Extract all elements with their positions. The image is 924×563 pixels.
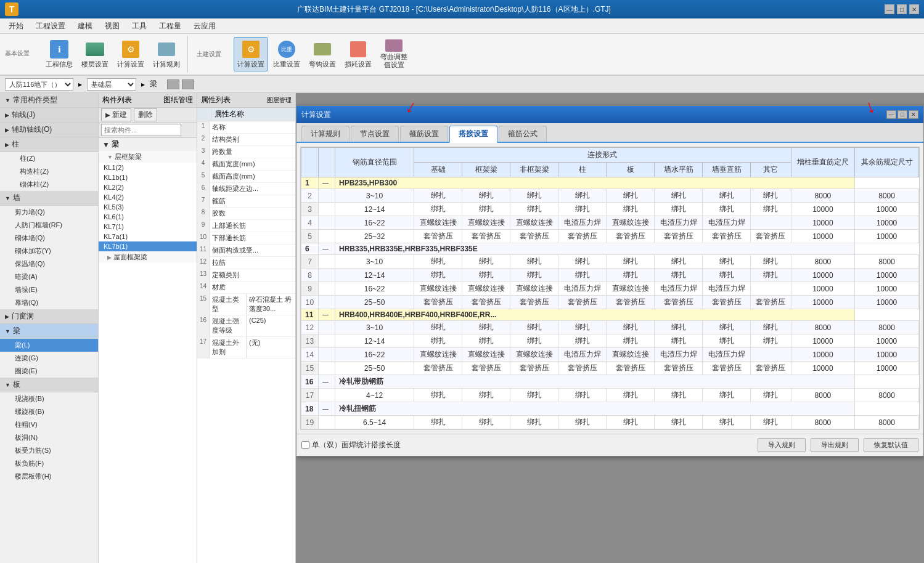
menu-tools[interactable]: 工具 <box>126 20 153 33</box>
attr-row-16: 17 混凝土外加剂 (无) <box>197 337 295 358</box>
table-row-18: 19 6.5~14 绑扎绑扎绑扎绑扎绑扎绑扎绑扎绑扎 8000 8000 <box>301 416 919 429</box>
comp-item-kl6[interactable]: KL6(1) <box>99 212 197 222</box>
attribute-list: 属性名称 1 名称 2 结构类别 3 跨数量 4 截面宽度(mm) 5 截面高度… <box>197 108 295 563</box>
th-add-col1: 增柱垂直筋定尺 <box>791 148 855 177</box>
attr-panel-tab[interactable]: 图层管理 <box>267 96 292 105</box>
sidebar-section-axis[interactable]: ▶轴线(J) <box>0 108 98 123</box>
comp-item-kl4[interactable]: KL4(2) <box>99 192 197 202</box>
tab-splice-settings[interactable]: 搭接设置 <box>449 126 497 143</box>
sidebar-item-neg-rebar[interactable]: 板负筋(F) <box>0 457 98 470</box>
dialog-maximize-btn[interactable]: □ <box>897 110 907 119</box>
floor-settings-btn[interactable]: 楼层设置 <box>78 37 112 71</box>
sidebar-item-civil-defense-wall[interactable]: 人防门框墙(RF) <box>0 219 98 232</box>
splice-length-checkbox-label[interactable]: 单（双）面焊统计搭接长度 <box>301 440 401 450</box>
comp-item-kl7a[interactable]: KL7a(1) <box>99 232 197 241</box>
panels-area: 构件列表 图纸管理 ▶ 新建 删除 ▼梁 ▼层框架梁 <box>99 93 924 563</box>
menu-cloud[interactable]: 云应用 <box>187 20 222 33</box>
tab-stirrup-formula[interactable]: 箍筋公式 <box>499 126 547 142</box>
tab-stirrup-settings[interactable]: 箍筋设置 <box>400 126 448 142</box>
sidebar-item-masonry-column[interactable]: 砌体柱(Z) <box>0 178 98 191</box>
calc-settings-label1: 计算设置 <box>117 60 144 68</box>
sidebar-item-beam-g[interactable]: 连梁(G) <box>0 352 98 365</box>
curve-settings-btn[interactable]: 弯曲调整值设置 <box>377 37 411 71</box>
sidebar-item-curtain-wall[interactable]: 幕墙(Q) <box>0 296 98 309</box>
comp-item-kl7[interactable]: KL7(1) <box>99 222 197 232</box>
floor-settings-icon <box>85 40 105 59</box>
maximize-btn[interactable]: □ <box>897 4 907 14</box>
import-rules-btn[interactable]: 导入规则 <box>758 438 806 452</box>
delete-component-btn[interactable]: 删除 <box>134 108 157 121</box>
sidebar-item-floor-band[interactable]: 楼层板带(H) <box>0 470 98 483</box>
sidebar-item-cast-slab[interactable]: 现浇板(B) <box>0 392 98 405</box>
calc-settings-btn1[interactable]: ⚙ 计算设置 <box>113 37 148 71</box>
ratio-settings-btn[interactable]: 比重 比重设置 <box>269 37 304 71</box>
floor-select[interactable]: 基础层 <box>87 78 136 91</box>
minimize-btn[interactable]: — <box>885 4 894 14</box>
sidebar-item-hidden-beam[interactable]: 暗梁(A) <box>0 270 98 283</box>
menu-view[interactable]: 视图 <box>99 20 126 33</box>
menu-project-settings[interactable]: 工程设置 <box>30 20 72 33</box>
view-toggle-list[interactable] <box>167 79 179 89</box>
sidebar-item-slab-hole[interactable]: 板洞(N) <box>0 431 98 444</box>
table-row-16: 17 4~12 绑扎绑扎绑扎绑扎绑扎绑扎绑扎绑扎 8000 8000 <box>301 389 919 402</box>
bend-settings-btn[interactable]: 弯钩设置 <box>305 37 340 71</box>
comp-item-kl7b[interactable]: KL7b(1) <box>99 241 197 251</box>
sidebar-section-opening[interactable]: ▶门窗洞 <box>0 309 98 324</box>
sidebar-section-beam[interactable]: ▼梁 <box>0 324 98 339</box>
splice-length-checkbox[interactable] <box>301 441 309 449</box>
sidebar-item-column-z[interactable]: 柱(Z) <box>0 152 98 165</box>
sidebar-item-spiral-slab[interactable]: 螺旋板(B) <box>0 405 98 418</box>
sidebar-item-structural-column[interactable]: 构造柱(Z) <box>0 165 98 178</box>
comp-item-kl2[interactable]: KL2(2) <box>99 182 197 192</box>
tab-node-settings[interactable]: 节点设置 <box>351 126 399 142</box>
dialog-minimize-btn[interactable]: — <box>886 110 896 119</box>
calc-settings-btn2[interactable]: ⚙ 计算设置 <box>234 37 268 71</box>
window-controls: — □ ✕ <box>885 4 919 14</box>
comp-group-beam[interactable]: ▼梁 <box>99 138 197 151</box>
menu-quantity[interactable]: 工程量 <box>153 20 187 33</box>
sidebar-item-wall-pier[interactable]: 墙垛(E) <box>0 283 98 296</box>
sidebar-section-column[interactable]: ▶柱 <box>0 137 98 152</box>
calc-rules-btn[interactable]: 计算规则 <box>149 37 184 71</box>
location-select[interactable]: 人防116地下（） <box>5 78 73 91</box>
comp-item-kl1[interactable]: KL1(2) <box>99 163 197 172</box>
loss-settings-btn[interactable]: 损耗设置 <box>341 37 375 71</box>
sidebar-item-column-cap[interactable]: 柱帽(V) <box>0 418 98 431</box>
sidebar-section-aux-axis[interactable]: ▶辅助轴线(O) <box>0 123 98 137</box>
sidebar-section-slab[interactable]: ▼板 <box>0 378 98 392</box>
table-row-2: 3 12~14 绑扎绑扎绑扎绑扎绑扎绑扎绑扎绑扎 10000 10000 <box>301 203 919 216</box>
sidebar-item-slab-rebar[interactable]: 板受力筋(S) <box>0 444 98 457</box>
component-panel-tab[interactable]: 图纸管理 <box>163 95 193 105</box>
restore-defaults-btn[interactable]: 恢复默认值 <box>864 438 918 452</box>
loss-settings-icon <box>348 40 368 59</box>
dialog-title-controls: — □ ✕ <box>886 110 918 119</box>
attr-row-0: 1 名称 <box>197 121 295 134</box>
sidebar-section-common[interactable]: ▼常用构件类型 <box>0 93 98 108</box>
table-row-10: 11 — HRB400,HRB400E,HRBF400,HRBF400E,RR.… <box>301 309 919 321</box>
project-info-btn[interactable]: ℹ 工程信息 <box>42 37 76 71</box>
comp-item-kl5[interactable]: KL5(3) <box>99 202 197 212</box>
sidebar-item-beam-l[interactable]: 梁(L) <box>0 339 98 352</box>
comp-group-floor-frame-beam[interactable]: ▼层框架梁 <box>99 151 197 163</box>
sidebar-item-insulation-wall[interactable]: 保温墙(Q) <box>0 257 98 270</box>
tab-calc-rules[interactable]: 计算规则 <box>301 126 350 142</box>
menu-build[interactable]: 建模 <box>72 20 99 33</box>
component-search[interactable] <box>101 124 181 136</box>
sidebar-section-wall[interactable]: ▼墙 <box>0 191 98 206</box>
attr-row-6: 7 箍筋 <box>197 195 295 208</box>
sidebar-item-shear-wall[interactable]: 剪力墙(Q) <box>0 206 98 219</box>
view-toggle-grid[interactable] <box>182 79 194 89</box>
dialog-tabs: 计算规则 节点设置 箍筋设置 搭接设置 箍筋公式 <box>296 123 923 143</box>
new-component-btn[interactable]: ▶ 新建 <box>101 108 131 121</box>
table-body: 1 — HPB235,HPB300 2 3~10 绑扎绑扎绑扎绑扎绑扎绑扎绑扎绑… <box>301 177 919 429</box>
menu-start[interactable]: 开始 <box>2 20 30 33</box>
comp-group-roof-frame-beam[interactable]: ▶屋面框架梁 <box>99 251 197 263</box>
sidebar-item-masonry-wall[interactable]: 砌体墙(Q) <box>0 232 98 245</box>
close-btn[interactable]: ✕ <box>909 4 919 14</box>
calc-settings-icon1: ⚙ <box>121 40 141 59</box>
dialog-close-btn[interactable]: ✕ <box>909 110 918 119</box>
comp-item-kl1b[interactable]: KL1b(1) <box>99 172 197 182</box>
export-rules-btn[interactable]: 导出规则 <box>811 438 859 452</box>
sidebar-item-beam-e[interactable]: 圈梁(E) <box>0 365 98 378</box>
sidebar-item-masonry-core[interactable]: 砌体加芯(Y) <box>0 245 98 257</box>
